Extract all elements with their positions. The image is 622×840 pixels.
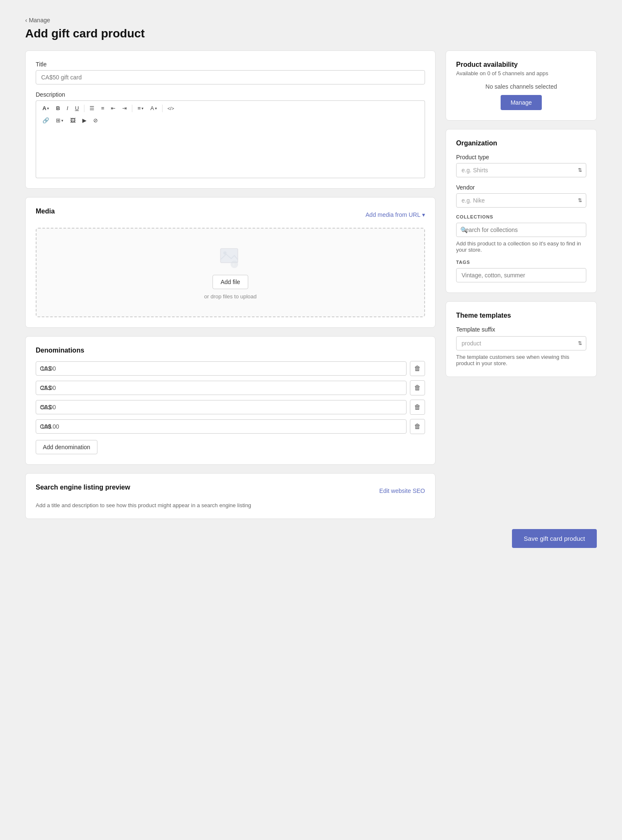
- chevron-down-icon: ▾: [422, 211, 425, 218]
- description-label: Description: [36, 91, 425, 98]
- seo-hint: Add a title and description to see how t…: [36, 502, 425, 508]
- no-channels-text: No sales channels selected: [456, 83, 586, 90]
- denomination-row-4: CA$ 🗑: [36, 419, 425, 434]
- availability-subtitle: Available on 0 of 5 channels and apps: [456, 70, 586, 76]
- format-block-button[interactable]: ⊘: [90, 116, 101, 125]
- collections-hint: Add this product to a collection so it's…: [456, 240, 586, 253]
- template-suffix-select-wrap: product ⇅: [456, 336, 586, 350]
- title-label: Title: [36, 61, 425, 68]
- delete-denomination-3[interactable]: 🗑: [410, 400, 425, 415]
- media-card: Media Add media from URL ▾ ↑ Add file: [25, 197, 436, 328]
- format-list-ol-button[interactable]: ≡: [98, 103, 108, 113]
- add-media-link[interactable]: Add media from URL ▾: [365, 211, 425, 218]
- tags-input[interactable]: [456, 268, 586, 282]
- vendor-select-wrap: e.g. Nike ⇅: [456, 193, 586, 208]
- add-file-button[interactable]: Add file: [213, 275, 248, 289]
- format-italic-button[interactable]: I: [64, 103, 71, 113]
- template-suffix-label: Template suffix: [456, 326, 586, 333]
- format-video-button[interactable]: ▶: [79, 116, 89, 125]
- save-gift-card-button[interactable]: Save gift card product: [512, 529, 597, 548]
- format-A-button[interactable]: A ▾: [39, 103, 52, 113]
- format-link-button[interactable]: 🔗: [39, 116, 52, 125]
- denomination-input-1[interactable]: [36, 361, 407, 376]
- add-denomination-button[interactable]: Add denomination: [36, 440, 97, 454]
- format-bold-button[interactable]: B: [53, 103, 63, 113]
- add-media-label: Add media from URL: [365, 211, 420, 218]
- denom-currency-2: CA$: [40, 384, 51, 391]
- product-type-select-wrap: e.g. Shirts ⇅: [456, 163, 586, 177]
- collections-label: COLLECTIONS: [456, 214, 586, 219]
- page-title: Add gift card product: [25, 27, 597, 40]
- denomination-row-1: CA$ 🗑: [36, 361, 425, 376]
- denom-currency-4: CA$: [40, 423, 51, 430]
- upload-zone[interactable]: ↑ Add file or drop files to upload: [36, 228, 425, 317]
- format-underline-button[interactable]: U: [72, 103, 81, 113]
- organization-card: Organization Product type e.g. Shirts ⇅ …: [446, 129, 597, 293]
- upload-image-icon: ↑: [218, 245, 243, 271]
- denominations-card: Denominations CA$ 🗑 CA$: [25, 336, 436, 465]
- toolbar-sep-3: [162, 105, 163, 112]
- delete-denomination-1[interactable]: 🗑: [410, 361, 425, 376]
- organization-title: Organization: [456, 140, 586, 147]
- denomination-input-3[interactable]: [36, 400, 407, 414]
- denom-currency-3: CA$: [40, 404, 51, 411]
- delete-denomination-2[interactable]: 🗑: [410, 380, 425, 395]
- denominations-title: Denominations: [36, 347, 425, 354]
- template-hint: The template customers see when viewing …: [456, 354, 586, 366]
- denomination-row-3: CA$ 🗑: [36, 400, 425, 415]
- media-title: Media: [36, 208, 55, 215]
- format-table-button[interactable]: ⊞ ▾: [53, 116, 66, 125]
- vendor-label: Vendor: [456, 184, 586, 191]
- manage-button[interactable]: Manage: [501, 95, 542, 110]
- template-suffix-select[interactable]: product: [456, 336, 586, 350]
- availability-card: Product availability Available on 0 of 5…: [446, 50, 597, 121]
- collections-search-input[interactable]: [456, 223, 586, 237]
- search-icon: 🔍: [460, 226, 467, 233]
- tags-label: TAGS: [456, 260, 586, 265]
- format-list-ul-button[interactable]: ☰: [87, 103, 97, 113]
- back-link[interactable]: ‹ Manage: [25, 17, 597, 24]
- denominations-list: CA$ 🗑 CA$ 🗑 CA$: [36, 361, 425, 434]
- toolbar-sep-2: [132, 105, 132, 112]
- format-align-button[interactable]: ≡ ▾: [134, 103, 147, 113]
- seo-title: Search engine listing preview: [36, 484, 130, 491]
- title-description-card: Title Description A ▾ B I U ☰ ≡: [25, 50, 436, 189]
- toolbar-sep-1: [84, 105, 84, 112]
- drop-hint: or drop files to upload: [204, 293, 257, 300]
- left-column: Title Description A ▾ B I U ☰ ≡: [25, 50, 436, 519]
- editor-toolbar: A ▾ B I U ☰ ≡ ⇤ ⇥ ≡ ▾ A ▾: [36, 100, 425, 128]
- delete-denomination-4[interactable]: 🗑: [410, 419, 425, 434]
- seo-edit-link[interactable]: Edit website SEO: [379, 487, 425, 494]
- format-indent-right-button[interactable]: ⇥: [119, 103, 130, 113]
- save-bar: Save gift card product: [25, 529, 597, 565]
- denom-currency-1: CA$: [40, 365, 51, 372]
- svg-rect-0: [220, 249, 238, 263]
- denomination-input-4[interactable]: [36, 419, 407, 434]
- back-label: Manage: [29, 17, 50, 24]
- theme-title: Theme templates: [456, 312, 586, 319]
- description-editor[interactable]: [36, 128, 425, 178]
- right-column: Product availability Available on 0 of 5…: [446, 50, 597, 377]
- format-indent-left-button[interactable]: ⇤: [108, 103, 118, 113]
- vendor-select[interactable]: e.g. Nike: [456, 193, 586, 208]
- denomination-row-2: CA$ 🗑: [36, 380, 425, 395]
- format-text-color-button[interactable]: A ▾: [147, 103, 160, 113]
- theme-card: Theme templates Template suffix product …: [446, 301, 597, 377]
- svg-text:↑: ↑: [233, 262, 235, 267]
- format-image-button[interactable]: 🖼: [67, 116, 79, 125]
- denomination-input-2[interactable]: [36, 381, 407, 395]
- availability-title: Product availability: [456, 61, 586, 68]
- seo-card: Search engine listing preview Edit websi…: [25, 473, 436, 519]
- format-source-button[interactable]: </>: [165, 104, 177, 113]
- product-type-select[interactable]: e.g. Shirts: [456, 163, 586, 177]
- title-input[interactable]: [36, 70, 425, 84]
- chevron-left-icon: ‹: [25, 17, 27, 24]
- product-type-label: Product type: [456, 154, 586, 161]
